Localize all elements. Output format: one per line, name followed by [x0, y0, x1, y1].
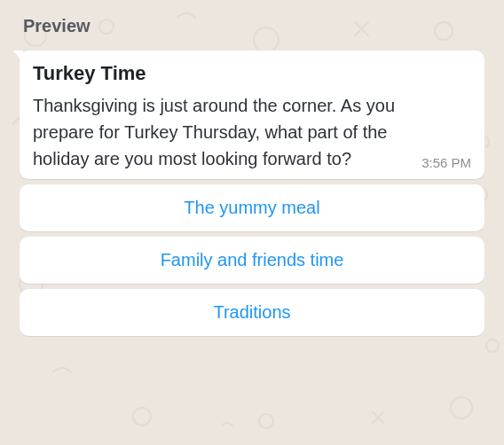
quick-reply-option-3[interactable]: Traditions [20, 289, 484, 336]
message-bubble: Turkey Time Thanksgiving is just around … [20, 51, 484, 179]
message-body: Thanksgiving is just around the corner. … [33, 92, 413, 172]
svg-point-9 [451, 397, 472, 418]
preview-heading: Preview [23, 16, 484, 36]
message-title: Turkey Time [33, 62, 471, 85]
svg-point-8 [259, 414, 273, 428]
svg-point-7 [133, 408, 151, 425]
quick-reply-option-2[interactable]: Family and friends time [20, 237, 484, 284]
message-timestamp: 3:56 PM [421, 155, 471, 172]
bubble-tail [12, 51, 27, 65]
quick-reply-option-1[interactable]: The yummy meal [20, 184, 484, 231]
